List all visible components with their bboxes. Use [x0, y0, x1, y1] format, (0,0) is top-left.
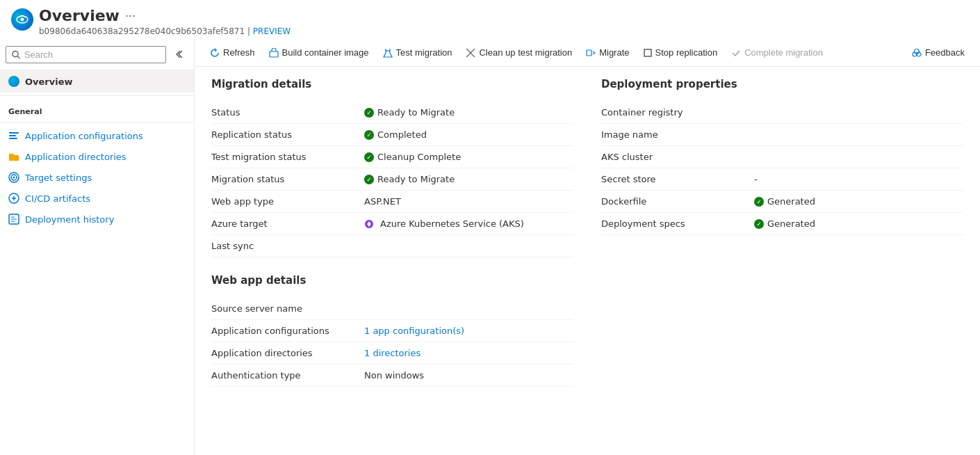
- last-sync-label: Last sync: [211, 241, 364, 251]
- svg-rect-6: [9, 138, 17, 139]
- azure-target-value: Azure Kubernetes Service (AKS): [364, 218, 573, 229]
- main-panel: Refresh Build container image Test migra…: [195, 39, 980, 455]
- dockerfile-value: Generated: [754, 196, 963, 207]
- detail-row-source-server: Source server name: [211, 298, 573, 320]
- collapse-button[interactable]: [169, 45, 188, 64]
- dockerfile-green-dot: [754, 197, 764, 207]
- search-input[interactable]: [24, 49, 160, 60]
- migration-details-title: Migration details: [211, 78, 573, 90]
- sidebar-item-app-directories[interactable]: Application directories: [0, 146, 194, 167]
- replication-text[interactable]: Completed: [377, 129, 427, 140]
- migration-green-dot: [364, 175, 374, 184]
- source-server-label: Source server name: [211, 303, 364, 314]
- build-container-button[interactable]: Build container image: [262, 43, 376, 62]
- sidebar-label-deployment-history: Deployment history: [25, 214, 114, 225]
- migrate-button[interactable]: Migrate: [579, 43, 636, 62]
- aks-cluster-label: AKS cluster: [601, 152, 754, 162]
- toolbar: Refresh Build container image Test migra…: [195, 39, 980, 67]
- preview-badge: PREVIEW: [253, 26, 291, 36]
- sidebar-divider: [0, 95, 194, 96]
- migration-status-text[interactable]: Ready to Migrate: [377, 174, 455, 184]
- detail-row-azure-target: Azure target Azure Kubernetes Service (A…: [211, 213, 573, 235]
- feedback-button[interactable]: Feedback: [905, 43, 972, 62]
- resource-guid: b09806da640638a295278e040c9b6503afef5871: [39, 26, 245, 36]
- sidebar-label-cicd-artifacts: CI/CD artifacts: [25, 193, 90, 204]
- test-green-dot: [364, 152, 374, 162]
- app-dir-detail-label: Application directories: [211, 348, 364, 358]
- detail-row-deployment-specs: Deployment specs Generated: [601, 213, 963, 235]
- sidebar-item-overview[interactable]: Overview: [0, 70, 194, 93]
- auth-type-label: Authentication type: [211, 370, 364, 381]
- aks-icon: [364, 219, 374, 229]
- sidebar-item-target-settings[interactable]: Target settings: [0, 167, 194, 188]
- page-title: Overview: [39, 7, 120, 25]
- build-icon: [269, 48, 279, 58]
- image-name-label: Image name: [601, 129, 754, 140]
- detail-row-web-app-type: Web app type ASP.NET: [211, 191, 573, 213]
- status-text[interactable]: Ready to Migrate: [377, 107, 455, 118]
- replication-green-dot: [364, 130, 374, 140]
- detail-row-aks-cluster: AKS cluster: [601, 146, 963, 168]
- deployment-specs-text: Generated: [767, 218, 815, 229]
- refresh-icon: [210, 48, 220, 58]
- cleanup-button[interactable]: Clean up test migration: [459, 43, 579, 62]
- replication-value: Completed: [364, 129, 573, 140]
- detail-row-auth-type: Authentication type Non windows: [211, 365, 573, 387]
- svg-rect-5: [9, 135, 16, 136]
- migrate-icon: [586, 48, 596, 58]
- sidebar-label-app-configurations: Application configurations: [25, 131, 143, 141]
- app-icon: [11, 8, 33, 31]
- deployment-specs-label: Deployment specs: [601, 218, 754, 229]
- auth-type-value: Non windows: [364, 370, 573, 381]
- deployment-specs-value: Generated: [754, 218, 963, 229]
- detail-row-image-name: Image name: [601, 124, 963, 146]
- app-dir-detail-value[interactable]: 1 directories: [364, 348, 573, 358]
- detail-row-container-registry: Container registry: [601, 102, 963, 124]
- app-config-detail-value[interactable]: 1 app configuration(s): [364, 326, 573, 336]
- sidebar-label-target-settings: Target settings: [25, 173, 92, 183]
- refresh-button[interactable]: Refresh: [203, 43, 262, 62]
- stop-replication-button[interactable]: Stop replication: [637, 43, 725, 62]
- migration-status-label[interactable]: Migration status: [211, 174, 364, 184]
- sidebar-divider-2: [0, 122, 194, 122]
- detail-row-app-directories: Application directories 1 directories: [211, 342, 573, 365]
- status-green-dot: [364, 108, 374, 118]
- svg-point-2: [13, 51, 18, 56]
- sidebar-item-deployment-history[interactable]: Deployment history: [0, 209, 194, 230]
- dockerfile-text: Generated: [767, 196, 815, 207]
- sidebar-label-app-directories: Application directories: [25, 152, 126, 162]
- test-migration-value: Cleanup Complete: [364, 152, 573, 162]
- svg-rect-15: [644, 49, 651, 56]
- sidebar-item-app-configurations[interactable]: Application configurations: [0, 125, 194, 146]
- more-button[interactable]: ···: [125, 10, 136, 23]
- deployment-specs-green-dot: [754, 219, 764, 229]
- detail-row-migration-status: Migration status Ready to Migrate: [211, 168, 573, 191]
- test-migration-label[interactable]: Test migration status: [211, 152, 364, 162]
- web-app-type-label: Web app type: [211, 196, 364, 207]
- test-migration-text[interactable]: Cleanup Complete: [377, 152, 461, 162]
- search-box[interactable]: [6, 46, 166, 63]
- svg-rect-14: [587, 50, 591, 56]
- target-icon: [8, 172, 19, 183]
- deployment-properties-section: Deployment properties Container registry…: [601, 78, 963, 387]
- stop-icon: [644, 49, 652, 57]
- app-config-icon: [8, 130, 19, 141]
- detail-row-secret-store: Secret store -: [601, 168, 963, 191]
- feedback-icon: [912, 48, 922, 58]
- detail-row-last-sync: Last sync: [211, 235, 573, 257]
- app-config-detail-label: Application configurations: [211, 326, 364, 336]
- detail-row-app-configurations: Application configurations 1 app configu…: [211, 320, 573, 342]
- svg-point-9: [13, 177, 15, 179]
- svg-line-3: [17, 56, 19, 58]
- overview-icon: [8, 76, 19, 87]
- detail-row-dockerfile: Dockerfile Generated: [601, 191, 963, 213]
- replication-label[interactable]: Replication status: [211, 129, 364, 140]
- web-app-type-value: ASP.NET: [364, 196, 573, 207]
- sidebar-item-cicd-artifacts[interactable]: CI/CD artifacts: [0, 188, 194, 209]
- cleanup-icon: [466, 48, 475, 58]
- header-block: Overview ··· b09806da640638a295278e040c9…: [39, 7, 291, 36]
- test-migration-button[interactable]: Test migration: [376, 43, 459, 62]
- search-icon: [12, 50, 20, 59]
- secret-store-value: -: [754, 174, 963, 184]
- complete-migration-button[interactable]: Complete migration: [724, 43, 830, 62]
